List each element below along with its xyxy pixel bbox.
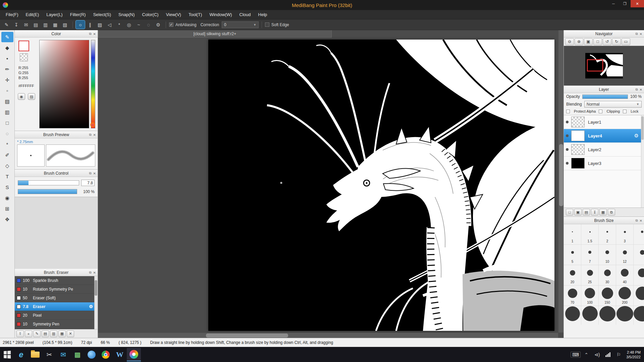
panels-icon[interactable]: ▦ bbox=[51, 20, 60, 29]
ellipse-mode-icon[interactable]: ◌ bbox=[144, 20, 153, 29]
gradient-tool[interactable]: ▥ bbox=[1, 107, 13, 117]
stamp-tool[interactable]: ▫ bbox=[1, 85, 13, 96]
save-icon[interactable]: ↧ bbox=[12, 20, 21, 29]
menu-cloud[interactable]: Cloud bbox=[236, 10, 255, 19]
brush-size-option[interactable]: 1 bbox=[564, 224, 581, 245]
parallel-lines-mode-icon[interactable]: ∥ bbox=[86, 20, 95, 29]
brush-size-option[interactable]: 2 bbox=[599, 224, 616, 245]
brush-size-option[interactable]: 1.5 bbox=[581, 224, 599, 245]
taskbar-clock[interactable]: 2:48 PM 3/5/2022 bbox=[626, 350, 641, 359]
transparent-color-swatch[interactable] bbox=[20, 53, 28, 61]
volume-icon[interactable]: ⊲) bbox=[592, 348, 602, 361]
finger-tool[interactable]: ▪ bbox=[1, 53, 13, 64]
grid-mode-icon[interactable]: ▨ bbox=[95, 20, 104, 29]
note-icon[interactable]: ▤ bbox=[31, 20, 40, 29]
menu-edit[interactable]: Edit(E) bbox=[22, 10, 43, 19]
blending-dropdown[interactable]: Normal ▼ bbox=[584, 101, 642, 108]
brush-size-option[interactable]: 12 bbox=[616, 245, 634, 265]
menu-color[interactable]: Color(C) bbox=[139, 10, 162, 19]
rotate-cw-icon[interactable]: ↻ bbox=[612, 38, 621, 45]
scrollbar-thumb[interactable] bbox=[559, 144, 563, 206]
upload-brush-icon[interactable]: ⇧ bbox=[16, 330, 24, 337]
move-tool[interactable]: ✛ bbox=[1, 75, 13, 85]
file-explorer-icon[interactable] bbox=[28, 348, 42, 361]
close-panel-icon[interactable]: ✕ bbox=[640, 88, 642, 92]
internet-explorer-icon[interactable]: e bbox=[14, 348, 28, 361]
menu-filter[interactable]: Filter(R) bbox=[66, 10, 90, 19]
start-button[interactable] bbox=[0, 348, 14, 361]
text-tool[interactable]: T bbox=[1, 171, 13, 182]
lock-checkbox[interactable] bbox=[623, 110, 627, 113]
zoom-in-icon[interactable]: ⊕ bbox=[575, 38, 583, 45]
medibang-taskbar-icon[interactable] bbox=[127, 348, 141, 361]
magic-wand-tool[interactable]: * bbox=[1, 139, 13, 149]
polygon-select-tool[interactable]: ◇ bbox=[1, 161, 13, 171]
brush-size-option[interactable] bbox=[634, 245, 644, 265]
messaging-app-icon[interactable]: ✉ bbox=[56, 348, 70, 361]
snipping-tool-icon[interactable]: ✂ bbox=[42, 348, 56, 361]
layer-row[interactable]: Layer1 bbox=[564, 115, 644, 129]
close-panel-icon[interactable]: ✕ bbox=[640, 219, 642, 223]
brush-item-selected[interactable]: 7.8 Eraser ⚙ bbox=[15, 302, 98, 311]
delete-brush-icon[interactable]: ✕ bbox=[67, 330, 74, 337]
concentric-mode-icon[interactable]: ◎ bbox=[124, 20, 133, 29]
brush-folder-icon[interactable]: ▦ bbox=[58, 330, 66, 337]
keyboard-layout-icon[interactable]: ⌨ bbox=[571, 352, 581, 358]
brush-size-option[interactable]: 30 bbox=[599, 265, 616, 286]
layer-row[interactable]: Layer3 bbox=[564, 157, 644, 170]
popout-icon[interactable]: ⧉ bbox=[635, 32, 638, 36]
canvas-vertical-scrollbar[interactable] bbox=[558, 30, 564, 333]
brush-size-option[interactable]: 10 bbox=[599, 245, 616, 265]
wordpad-icon[interactable]: W bbox=[113, 348, 127, 361]
select-tool[interactable]: □ bbox=[1, 118, 13, 128]
menu-snap[interactable]: Snap(N) bbox=[115, 10, 138, 19]
pen-tool[interactable]: ✏ bbox=[1, 64, 13, 74]
close-panel-icon[interactable]: ✕ bbox=[93, 32, 96, 36]
tray-expand-icon[interactable]: ⌃ bbox=[581, 348, 591, 361]
hue-marker[interactable] bbox=[90, 122, 95, 127]
layer-settings-gear-icon[interactable]: ⚙ bbox=[634, 133, 639, 139]
import-layer-icon[interactable]: ↧ bbox=[591, 209, 598, 216]
brush-size-slider[interactable] bbox=[18, 180, 79, 185]
duplicate-brush-icon[interactable]: ▤ bbox=[42, 330, 49, 337]
brush-item[interactable]: 50 Eraser (Soft) bbox=[15, 294, 98, 302]
brush-size-option[interactable] bbox=[564, 306, 581, 325]
close-panel-icon[interactable]: ✕ bbox=[93, 133, 96, 137]
brush-size-option[interactable] bbox=[599, 306, 616, 325]
layer-row-selected[interactable]: Layer4 ⚙ bbox=[564, 129, 644, 143]
brush-folder-open-icon[interactable]: ▥ bbox=[50, 330, 57, 337]
correction-dropdown[interactable]: 0 ▼ bbox=[222, 21, 259, 28]
popout-icon[interactable]: ⧉ bbox=[89, 133, 91, 137]
chrome-icon[interactable] bbox=[99, 348, 113, 361]
menu-file[interactable]: File(F) bbox=[2, 10, 22, 19]
layer-visibility-icon[interactable] bbox=[566, 162, 569, 165]
hand-tool[interactable]: ✥ bbox=[1, 214, 13, 225]
snap-settings-gear-icon[interactable]: ⚙ bbox=[154, 20, 163, 29]
brush-size-option[interactable]: 40 bbox=[616, 265, 634, 286]
brush-opacity-slider[interactable] bbox=[18, 189, 77, 194]
zoom-out-icon[interactable]: ⊖ bbox=[565, 38, 574, 45]
close-panel-icon[interactable]: ✕ bbox=[640, 32, 642, 36]
freehand-mode-icon[interactable]: ○ bbox=[76, 20, 85, 29]
drawing-canvas[interactable] bbox=[208, 40, 554, 331]
eraser-tool[interactable]: ◆ bbox=[1, 43, 13, 53]
brush-item[interactable]: 100 Sparkle Brush bbox=[15, 276, 98, 285]
minimize-button[interactable]: ─ bbox=[608, 0, 619, 7]
brush-size-option[interactable]: 100 bbox=[581, 286, 599, 306]
layer-opacity-slider[interactable] bbox=[582, 95, 628, 99]
scrollbar-thumb[interactable] bbox=[206, 334, 288, 338]
menu-help[interactable]: Help bbox=[255, 10, 271, 19]
palette-icon[interactable]: ▨ bbox=[28, 93, 35, 100]
network-icon[interactable] bbox=[603, 348, 613, 361]
foreground-color-swatch[interactable] bbox=[18, 41, 29, 51]
brush-size-option[interactable] bbox=[634, 286, 644, 306]
protect-alpha-checkbox[interactable] bbox=[566, 110, 570, 113]
action-center-flag-icon[interactable]: ⚐ bbox=[613, 348, 624, 361]
popout-icon[interactable]: ⧉ bbox=[635, 219, 638, 223]
canvas-tab[interactable]: [cloud] silkwing stuff:r2+ bbox=[98, 30, 332, 38]
saturation-value-picker[interactable] bbox=[39, 40, 89, 128]
add-folder-icon[interactable]: ▦ bbox=[599, 209, 607, 216]
menu-layer[interactable]: Layer(L) bbox=[43, 10, 66, 19]
brush-size-option[interactable]: 7 bbox=[581, 245, 599, 265]
browser-globe-icon[interactable] bbox=[85, 348, 99, 361]
